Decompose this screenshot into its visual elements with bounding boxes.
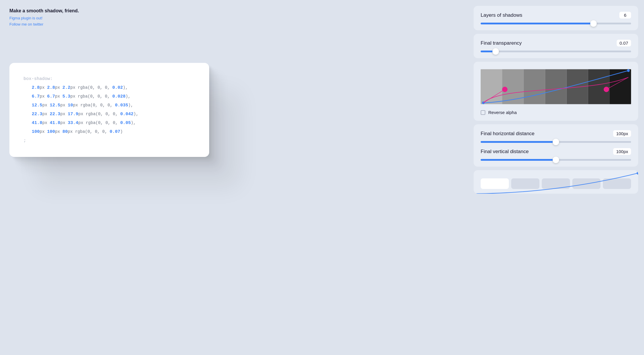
svg-rect-1 bbox=[502, 69, 524, 104]
layers-card: Layers of shadows 6 bbox=[474, 6, 638, 30]
transparency-slider-track[interactable] bbox=[481, 51, 631, 52]
code-block: box-shadow: 2.8px 2.8px 2.2px rgba(0, 0,… bbox=[24, 75, 195, 145]
vertical-distance-row: Final vertical distance 100px bbox=[481, 148, 631, 161]
horizontal-value: 100px bbox=[613, 130, 631, 137]
vertical-value: 100px bbox=[613, 148, 631, 155]
horizontal-label: Final horizontal distance bbox=[481, 131, 534, 137]
transparency-value: 0.07 bbox=[617, 40, 631, 46]
code-line-2: 6.7px 6.7px 5.3px rgba(0, 0, 0, 0.028), bbox=[24, 92, 195, 101]
horizontal-distance-row: Final horizontal distance 100px bbox=[481, 130, 631, 143]
code-line-5: 41.8px 41.8px 33.4px rgba(0, 0, 0, 0.05)… bbox=[24, 119, 195, 128]
right-panel: Layers of shadows 6 Final transparency 0… bbox=[468, 0, 644, 355]
transparency-card: Final transparency 0.07 bbox=[474, 34, 638, 58]
layers-value: 6 bbox=[619, 12, 631, 19]
code-semicolon: ; bbox=[24, 136, 195, 145]
layers-slider-track[interactable] bbox=[481, 23, 631, 24]
code-line-6: 100px 100px 80px rgba(0, 0, 0, 0.07) bbox=[24, 128, 195, 136]
vertical-slider-thumb[interactable] bbox=[553, 157, 559, 163]
svg-rect-3 bbox=[545, 69, 566, 104]
layers-header: Layers of shadows 6 bbox=[481, 12, 631, 19]
reverse-alpha-checkbox[interactable] bbox=[481, 110, 485, 115]
layers-label: Layers of shadows bbox=[481, 12, 522, 18]
svg-rect-2 bbox=[524, 69, 545, 104]
code-line-1: 2.8px 2.8px 2.2px rgba(0, 0, 0, 0.02), bbox=[24, 83, 195, 92]
layers-slider-thumb[interactable] bbox=[590, 20, 597, 27]
horizontal-slider-track[interactable] bbox=[481, 141, 631, 143]
code-line-3: 12.5px 12.5px 10px rgba(0, 0, 0, 0.035), bbox=[24, 101, 195, 110]
left-panel: Make a smooth shadow, friend. Figma plug… bbox=[0, 0, 468, 355]
horizontal-slider-thumb[interactable] bbox=[553, 139, 559, 145]
svg-point-8 bbox=[627, 69, 630, 72]
bottom-card bbox=[474, 170, 638, 194]
vertical-slider-track[interactable] bbox=[481, 159, 631, 161]
transparency-label: Final transparency bbox=[481, 40, 522, 46]
bezier-svg bbox=[481, 68, 631, 106]
horizontal-header: Final horizontal distance 100px bbox=[481, 130, 631, 137]
vertical-slider-fill bbox=[481, 159, 556, 161]
svg-rect-6 bbox=[610, 69, 631, 104]
reverse-alpha-label: Reverse alpha bbox=[488, 110, 517, 115]
bezier-canvas bbox=[481, 68, 631, 106]
layers-slider-fill bbox=[481, 23, 593, 24]
code-line-4: 22.3px 22.3px 17.9px rgba(0, 0, 0, 0.042… bbox=[24, 110, 195, 119]
twitter-link[interactable]: Follow me on twitter bbox=[9, 21, 458, 28]
code-label: box-shadow: bbox=[24, 75, 195, 83]
bezier-card: Reverse alpha bbox=[474, 62, 638, 121]
horizontal-slider-fill bbox=[481, 141, 556, 143]
page-title: Make a smooth shadow, friend. bbox=[9, 8, 458, 14]
svg-point-13 bbox=[637, 172, 638, 175]
vertical-header: Final vertical distance 100px bbox=[481, 148, 631, 155]
svg-rect-0 bbox=[481, 69, 502, 104]
code-card: box-shadow: 2.8px 2.8px 2.2px rgba(0, 0,… bbox=[9, 63, 209, 157]
vertical-label: Final vertical distance bbox=[481, 149, 529, 155]
transparency-header: Final transparency 0.07 bbox=[481, 40, 631, 46]
transparency-slider-thumb[interactable] bbox=[492, 48, 499, 55]
figma-plugin-link[interactable]: Figma plugin is out! bbox=[9, 15, 458, 21]
distance-card: Final horizontal distance 100px Final ve… bbox=[474, 124, 638, 167]
reverse-alpha-row: Reverse alpha bbox=[481, 110, 631, 115]
bottom-curve-svg bbox=[474, 170, 638, 194]
